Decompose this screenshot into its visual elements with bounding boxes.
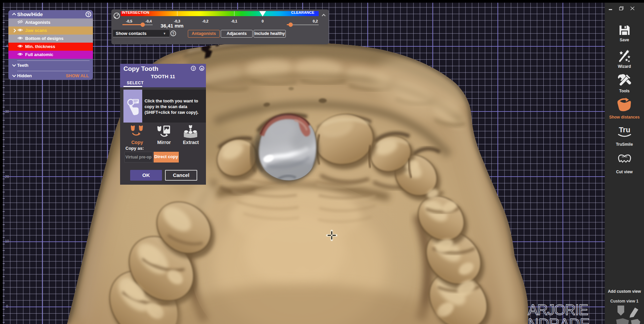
- svg-text:Tru: Tru: [619, 126, 630, 134]
- svg-text:NDRADE: NDRADE: [528, 316, 590, 324]
